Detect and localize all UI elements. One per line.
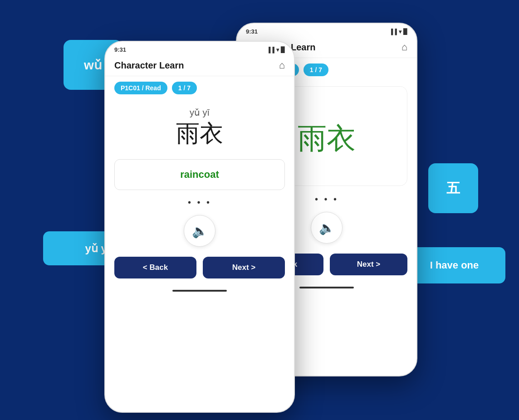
app-header-front: Character Learn ⌂ [105,56,294,76]
nav-buttons-front: < Back Next > [105,250,294,288]
home-bar-back [299,287,354,288]
lesson-badge-front[interactable]: P1C01 / Read [114,82,167,94]
battery-icon: ▉ [403,29,407,35]
char-area-front: yǔ yī 雨衣 [105,100,294,156]
next-button-back[interactable]: Next > [330,254,407,275]
bubble-wu5: 五 [428,163,478,213]
back-button-front[interactable]: < Back [114,257,196,278]
chinese-chars-back: 雨衣 [298,122,356,154]
signal-icon-front: ▐▐ [267,47,274,53]
progress-row-front: P1C01 / Read 1 / 7 [105,76,294,100]
wifi-icon-front: ▾ [276,47,279,53]
pinyin-front: yǔ yī [114,107,285,118]
speaker-button-front[interactable]: 🔈 [184,215,215,247]
status-icons-back: ▐▐ ▾ ▉ [389,29,407,35]
home-icon-back[interactable]: ⌂ [401,41,407,53]
status-icons-front: ▐▐ ▾ ▉ [267,47,285,53]
count-badge-front: 1 / 7 [172,82,197,94]
chinese-chars-front: 雨衣 [114,121,285,147]
next-button-front[interactable]: Next > [203,257,285,278]
speaker-icon-front: 🔈 [192,224,208,239]
speaker-icon-back: 🔈 [319,220,335,235]
home-indicator-front [105,288,294,297]
status-bar-back: 9:31 ▐▐ ▾ ▉ [237,24,416,38]
bubble-wu5-text: 五 [446,179,460,198]
time-front: 9:31 [114,46,126,53]
dots-front: • • • [105,194,294,211]
bubble-ihaveone-text: I have one [430,259,479,271]
bubble-ihaveone: I have one [403,247,505,283]
app-title-front: Character Learn [114,60,184,71]
wifi-icon: ▾ [399,29,401,35]
bubble-wu-text: wǔ [84,58,102,73]
count-badge-back: 1 / 7 [304,63,328,76]
battery-icon-front: ▉ [281,47,285,53]
speaker-button-back[interactable]: 🔈 [311,212,343,244]
translation-text: raincoat [180,169,219,180]
home-icon-front[interactable]: ⌂ [279,59,285,71]
signal-icon: ▐▐ [389,29,397,35]
phone-front: 9:31 ▐▐ ▾ ▉ Character Learn ⌂ P1C01 / Re… [104,41,295,413]
status-bar-front: 9:31 ▐▐ ▾ ▉ [105,42,294,56]
translation-box: raincoat [114,159,285,190]
home-bar-front [172,290,227,292]
time-back: 9:31 [246,28,258,35]
